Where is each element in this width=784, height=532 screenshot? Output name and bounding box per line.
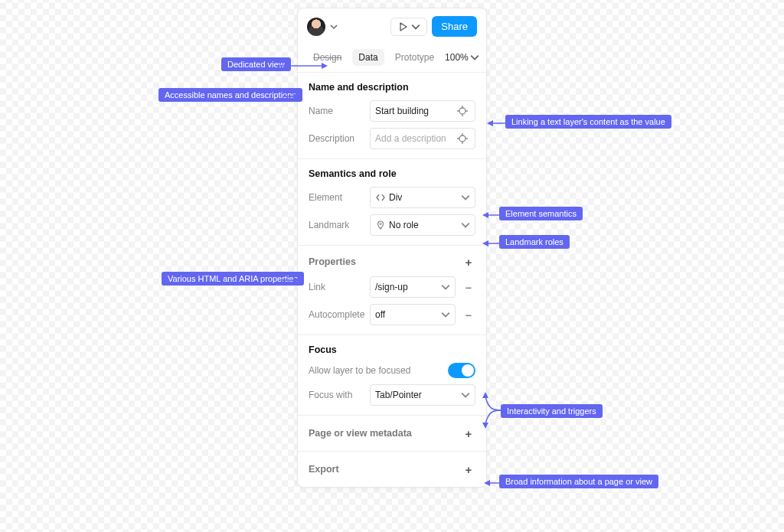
share-button[interactable]: Share bbox=[432, 16, 477, 37]
element-select[interactable]: Div bbox=[370, 187, 475, 208]
chevron-down-icon bbox=[441, 310, 450, 319]
description-label: Description bbox=[309, 133, 364, 144]
export-title: Export bbox=[309, 464, 339, 475]
focus-with-label: Focus with bbox=[309, 390, 364, 400]
metadata-title: Page or view metadata bbox=[309, 428, 412, 439]
section-export[interactable]: Export + bbox=[298, 452, 486, 487]
section-title: Semantics and role bbox=[309, 168, 475, 179]
panel-header: Share bbox=[298, 8, 486, 44]
autocomplete-value: off bbox=[375, 309, 438, 320]
element-value: Div bbox=[389, 192, 458, 203]
annot-linking-text: Linking a text layer's content as the va… bbox=[505, 115, 671, 129]
autocomplete-label: Autocomplete bbox=[309, 309, 364, 320]
add-metadata-button[interactable]: + bbox=[462, 426, 475, 440]
annot-element-semantics: Element semantics bbox=[499, 207, 583, 220]
chevron-down-icon bbox=[470, 53, 479, 62]
tab-data[interactable]: Data bbox=[352, 49, 384, 66]
add-property-button[interactable]: + bbox=[462, 255, 475, 269]
landmark-value: No role bbox=[389, 220, 458, 230]
link-label: Link bbox=[309, 282, 364, 292]
allow-focus-toggle[interactable] bbox=[448, 363, 475, 378]
chevron-down-icon bbox=[461, 390, 470, 400]
description-field[interactable]: Add a description bbox=[370, 128, 475, 149]
section-title: Properties + bbox=[309, 255, 475, 269]
remove-autocomplete-button[interactable]: − bbox=[462, 308, 475, 321]
section-properties: Properties + Link /sign-up − Autocomplet… bbox=[298, 246, 486, 335]
section-title: Focus bbox=[309, 344, 475, 355]
name-label: Name bbox=[309, 106, 364, 116]
tab-prototype[interactable]: Prototype bbox=[389, 49, 440, 66]
landmark-select[interactable]: No role bbox=[370, 214, 475, 236]
chevron-down-icon bbox=[461, 193, 470, 202]
name-value: Start building bbox=[375, 106, 452, 116]
annot-interactivity: Interactivity and triggers bbox=[501, 404, 603, 418]
section-title: Name and description bbox=[309, 82, 475, 93]
code-icon bbox=[375, 193, 386, 202]
zoom-control[interactable]: 100% bbox=[445, 52, 479, 63]
chevron-down-icon bbox=[461, 220, 470, 230]
section-focus: Focus Allow layer to be focused Focus wi… bbox=[298, 335, 486, 416]
section-semantics: Semantics and role Element Div Landmark … bbox=[298, 159, 486, 246]
description-placeholder: Add a description bbox=[375, 133, 452, 144]
svg-point-10 bbox=[380, 223, 381, 224]
link-value: /sign-up bbox=[375, 282, 438, 292]
target-icon[interactable] bbox=[455, 103, 470, 119]
annot-broad-info: Broad information about a page or view bbox=[499, 475, 658, 488]
landmark-label: Landmark bbox=[309, 220, 364, 230]
element-label: Element bbox=[309, 192, 364, 203]
inspector-panel: Share Design Data Prototype 100% Name an… bbox=[297, 8, 487, 488]
autocomplete-select[interactable]: off bbox=[370, 304, 456, 325]
play-button[interactable] bbox=[390, 18, 427, 36]
zoom-value: 100% bbox=[445, 52, 469, 63]
svg-point-5 bbox=[459, 135, 466, 142]
remove-link-button[interactable]: − bbox=[462, 280, 475, 294]
focus-with-value: Tab/Pointer bbox=[375, 390, 458, 400]
annot-dedicated-view: Dedicated view bbox=[221, 57, 291, 71]
avatar-chevron-icon[interactable] bbox=[330, 23, 338, 31]
svg-marker-16 bbox=[487, 120, 493, 126]
chevron-down-icon bbox=[411, 22, 420, 31]
section-name-description: Name and description Name Start building… bbox=[298, 73, 486, 159]
annot-accessible-names: Accessible names and descriptions bbox=[158, 88, 302, 102]
focus-with-select[interactable]: Tab/Pointer bbox=[370, 384, 475, 406]
play-icon bbox=[397, 21, 408, 32]
tab-design[interactable]: Design bbox=[307, 49, 348, 66]
pin-icon bbox=[375, 220, 386, 230]
add-export-button[interactable]: + bbox=[462, 462, 475, 476]
allow-focus-label: Allow layer to be focused bbox=[309, 365, 442, 376]
name-field[interactable]: Start building bbox=[370, 100, 475, 122]
properties-title-text: Properties bbox=[309, 256, 356, 267]
svg-point-0 bbox=[459, 108, 466, 114]
section-metadata[interactable]: Page or view metadata + bbox=[298, 416, 486, 452]
annot-html-aria: Various HTML and ARIA properties bbox=[162, 272, 304, 286]
link-select[interactable]: /sign-up bbox=[370, 276, 456, 298]
chevron-down-icon bbox=[441, 282, 450, 292]
annot-landmark-roles: Landmark roles bbox=[499, 235, 570, 249]
target-icon[interactable] bbox=[455, 131, 470, 146]
avatar[interactable] bbox=[307, 18, 325, 36]
tabs-row: Design Data Prototype 100% bbox=[298, 44, 486, 73]
